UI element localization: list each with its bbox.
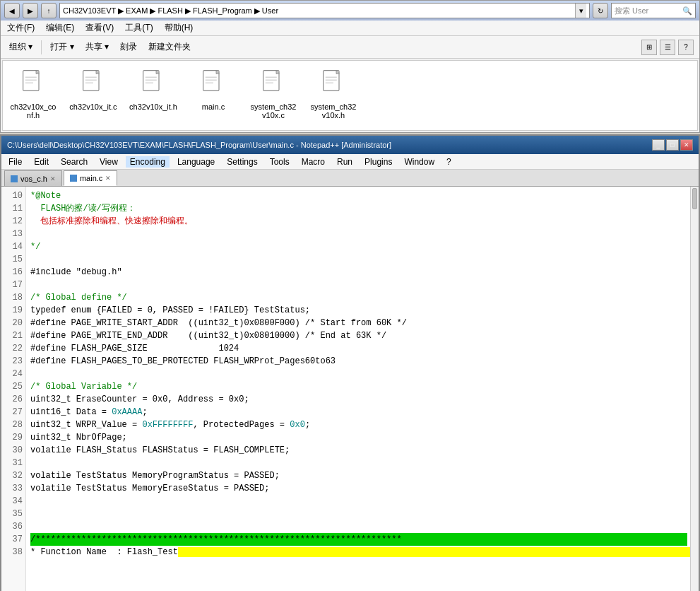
np-menu-window[interactable]: Window [400,156,439,168]
file-icon-0 [16,66,50,100]
code-line-26: uint32_t EraseCounter = 0x0, Address = 0… [30,393,687,406]
code-line-15 [30,253,687,266]
explorer-window: ◀ ▶ ↑ CH32V103EVT ▶ EXAM ▶ FLASH ▶ FLASH… [0,0,700,133]
np-menu-run[interactable]: Run [333,156,357,168]
scroll-thumb[interactable] [692,188,697,209]
ln-21: 21 [1,329,25,342]
np-menu-tools[interactable]: Tools [266,156,294,168]
ln-25: 25 [1,380,25,393]
toolbar-right: ⊞ ☰ ? [641,40,694,55]
ln-31: 31 [1,457,25,469]
np-menu-edit[interactable]: Edit [30,156,53,168]
line-numbers: 10 11 12 13 14 15 16 17 18 19 20 21 22 2… [1,187,26,591]
toolbar-separator [41,40,42,54]
code-line-36 [30,520,687,533]
code-line-18: /* Global define */ [30,291,687,304]
np-menu-view[interactable]: View [95,156,122,168]
ln-36: 36 [1,520,25,533]
code-line-20: #define PAGE_WRITE_START_ADDR ((uint32_t… [30,317,687,329]
tab-icon-main [70,175,77,182]
code-line-13 [30,228,687,240]
file-item-5[interactable]: system_ch32v10x.h [309,66,358,119]
refresh-button[interactable]: ↻ [593,3,608,18]
np-menu-encoding[interactable]: Encoding [126,156,170,168]
np-menu-macro[interactable]: Macro [297,156,329,168]
notepad-menubar: File Edit Search View Encoding Language … [1,154,699,170]
code-line-27: uint16_t Data = 0xAAAA; [30,406,687,419]
menu-tools[interactable]: 工具(T) [122,21,155,35]
vertical-scrollbar[interactable] [690,187,699,591]
menu-file[interactable]: 文件(F) [4,21,37,35]
record-button[interactable]: 刻录 [117,40,140,54]
address-bar[interactable]: CH32V103EVT ▶ EXAM ▶ FLASH ▶ FLASH_Progr… [59,3,590,18]
minimize-button[interactable]: _ [652,139,665,151]
search-bar[interactable]: 搜索 User 🔍 [611,3,696,18]
notepad-window: C:\Users\dell\Desktop\CH32V103EVT\EXAM\F… [0,134,700,591]
tabs-bar: vos_c.h ✕ main.c ✕ [1,170,699,187]
ln-20: 20 [1,317,25,329]
organize-button[interactable]: 组织 ▾ [6,40,35,54]
np-menu-help[interactable]: ? [442,156,456,168]
view-button-list[interactable]: ☰ [660,40,675,55]
file-icon-1 [76,66,110,100]
up-button[interactable]: ↑ [41,3,57,18]
np-menu-language[interactable]: Language [173,156,219,168]
new-folder-button[interactable]: 新建文件夹 [146,40,194,54]
notepad-titlebar: C:\Users\dell\Desktop\CH32V103EVT\EXAM\F… [1,136,699,154]
tab-close-vos[interactable]: ✕ [50,175,56,182]
ln-30: 30 [1,444,25,457]
ln-11: 11 [1,202,25,215]
tab-icon-vos [11,175,18,182]
code-line-12: 包括标准擦除和编程、快速擦除和编程。 [30,215,687,228]
maximize-button[interactable]: □ [666,139,679,151]
open-button[interactable]: 打开 ▾ [47,40,76,54]
file-name-0: ch32v10x_conf.h [8,103,58,119]
help-button[interactable]: ? [678,40,694,55]
np-menu-search[interactable]: Search [57,156,92,168]
tab-vos[interactable]: vos_c.h ✕ [4,170,62,186]
view-button-grid[interactable]: ⊞ [641,40,657,55]
ln-23: 23 [1,355,25,368]
files-area: ch32v10x_conf.h ch32v10x_it.c ch32v10x_i… [2,60,698,131]
file-item-4[interactable]: system_ch32v10x.c [249,66,298,119]
address-text: CH32V103EVT ▶ EXAM ▶ FLASH ▶ FLASH_Progr… [63,6,575,16]
menu-view[interactable]: 查看(V) [83,21,117,35]
np-menu-settings[interactable]: Settings [223,156,261,168]
ln-13: 13 [1,228,25,240]
tab-close-main[interactable]: ✕ [105,175,111,182]
close-button[interactable]: ✕ [680,139,693,151]
tab-label-main: main.c [80,174,102,182]
ln-35: 35 [1,508,25,520]
ln-17: 17 [1,279,25,291]
ln-16: 16 [1,266,25,279]
forward-button[interactable]: ▶ [23,3,38,18]
code-line-22: #define FLASH_PAGE_SIZE 1024 [30,342,687,355]
code-line-21: #define PAGE_WRITE_END_ADDR ((uint32_t)0… [30,329,687,342]
menu-edit[interactable]: 编辑(E) [43,21,77,35]
code-line-17 [30,279,687,291]
ln-34: 34 [1,495,25,508]
editor-container: 10 11 12 13 14 15 16 17 18 19 20 21 22 2… [1,187,699,591]
file-item-3[interactable]: main.c [189,66,238,111]
code-line-35 [30,508,687,520]
ln-32: 32 [1,469,25,482]
address-dropdown[interactable]: ▾ [575,4,586,18]
code-line-23: #define FLASH_PAGES_TO_BE_PROTECTED FLAS… [30,355,687,368]
tab-main[interactable]: main.c ✕ [64,170,117,186]
share-button[interactable]: 共享 ▾ [83,40,112,54]
file-name-4: system_ch32v10x.c [249,103,298,119]
file-item-2[interactable]: ch32v10x_it.h [129,66,178,111]
np-menu-plugins[interactable]: Plugins [360,156,396,168]
code-line-24 [30,368,687,380]
file-item-1[interactable]: ch32v10x_it.c [69,66,118,111]
ln-12: 12 [1,215,25,228]
code-line-37: /***************************************… [30,533,687,546]
file-item-0[interactable]: ch32v10x_conf.h [8,66,58,119]
code-line-10: *@Note [30,189,687,202]
menu-help[interactable]: 帮助(H) [162,21,196,35]
notepad-title: C:\Users\dell\Desktop\CH32V103EVT\EXAM\F… [7,141,391,149]
code-line-32: volatile TestStatus MemoryProgramStatus … [30,469,687,482]
np-menu-file[interactable]: File [4,156,26,168]
code-area[interactable]: *@Note FLASH的擦/读/写例程： 包括标准擦除和编程、快速擦除和编程。… [26,187,690,591]
back-button[interactable]: ◀ [4,3,20,18]
